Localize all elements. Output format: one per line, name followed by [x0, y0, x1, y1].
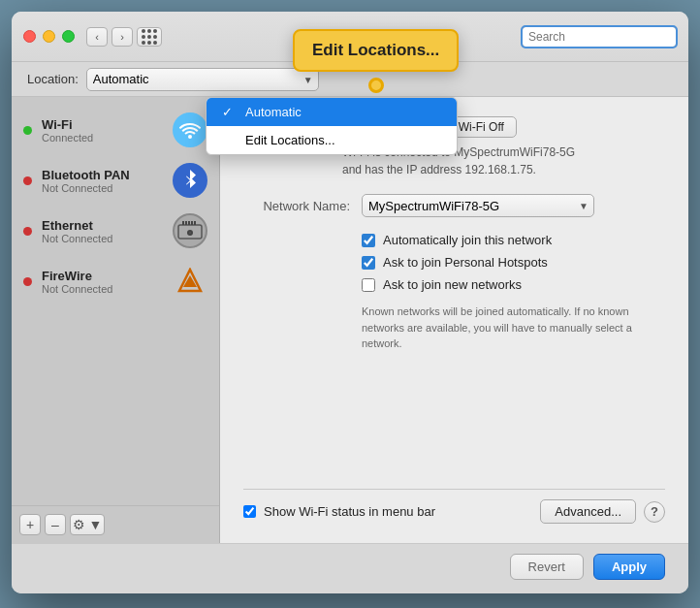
show-wifi-row: Show Wi-Fi status in menu bar — [243, 504, 435, 519]
location-select[interactable]: Automatic Edit Locations... — [86, 68, 319, 91]
dropdown-menu: ✓ Automatic Edit Locations... — [206, 97, 458, 155]
minimize-button[interactable] — [43, 30, 55, 43]
dropdown-item-automatic[interactable]: ✓ Automatic — [207, 98, 457, 126]
right-panel: Status: Connected Turn Wi-Fi Off Wi-Fi i… — [220, 97, 688, 543]
nav-buttons: ‹ › — [86, 27, 133, 47]
status-dot-ethernet — [23, 227, 32, 236]
checkmark-icon: ✓ — [222, 105, 238, 119]
network-name-bluetooth: Bluetooth PAN — [42, 168, 163, 182]
show-wifi-checkbox[interactable] — [243, 505, 256, 518]
search-input[interactable] — [522, 26, 677, 48]
network-settings-button[interactable]: ⚙ ▼ — [70, 514, 105, 535]
personal-hotspot-checkbox[interactable] — [362, 256, 375, 270]
sidebar-item-bluetooth[interactable]: Bluetooth PAN Not Connected — [12, 155, 219, 206]
apply-button[interactable]: Apply — [593, 554, 665, 580]
dropdown-item-automatic-label: Automatic — [245, 105, 302, 119]
status-dot-firewire — [23, 277, 32, 286]
maximize-button[interactable] — [62, 30, 75, 43]
auto-join-label: Automatically join this network — [383, 233, 552, 247]
action-buttons: Revert Apply — [12, 543, 688, 593]
sidebar-item-firewire[interactable]: FireWire Not Connected — [12, 256, 219, 306]
network-preferences-window: ‹ › Network Location: Automatic Edit Loc… — [12, 12, 688, 593]
add-network-button[interactable]: + — [19, 514, 41, 535]
sidebar-item-ethernet[interactable]: Ethernet Not Connected — [12, 206, 219, 256]
sidebar-item-wifi[interactable]: Wi-Fi Connected — [12, 105, 219, 155]
wifi-icon — [173, 112, 207, 147]
show-wifi-label: Show Wi-Fi status in menu bar — [264, 504, 435, 519]
revert-button[interactable]: Revert — [510, 554, 584, 580]
forward-button[interactable]: › — [111, 27, 133, 47]
location-select-wrapper[interactable]: Automatic Edit Locations... ▼ — [86, 68, 319, 91]
network-name-firewire: FireWire — [42, 269, 163, 283]
bottom-bar: Show Wi-Fi status in menu bar Advanced..… — [243, 489, 665, 524]
gear-icon: ⚙ ▼ — [73, 517, 103, 532]
sidebar-bottom: + – ⚙ ▼ — [12, 505, 219, 543]
auto-join-checkbox[interactable] — [362, 234, 375, 247]
firewire-icon — [173, 264, 207, 299]
grid-icon — [142, 29, 157, 45]
help-text: Known networks will be joined automatica… — [362, 304, 665, 352]
dropdown-item-edit-locations[interactable]: Edit Locations... — [207, 126, 457, 154]
help-button[interactable]: ? — [644, 501, 665, 523]
new-networks-checkbox[interactable] — [362, 278, 375, 292]
network-status-wifi: Connected — [42, 132, 163, 144]
network-status-firewire: Not Connected — [42, 283, 163, 295]
status-dot-bluetooth — [23, 176, 32, 185]
grid-view-button[interactable] — [137, 27, 162, 47]
bottom-buttons: Advanced... ? — [540, 499, 665, 524]
network-name-wifi: Wi-Fi — [42, 117, 163, 132]
close-button[interactable] — [23, 30, 36, 43]
personal-hotspot-label: Ask to join Personal Hotspots — [383, 255, 548, 270]
network-name-row: Network Name: MySpectrumWiFi78-5G ▼ — [243, 194, 665, 217]
tooltip-label: Edit Locations... — [312, 41, 439, 59]
network-name-select[interactable]: MySpectrumWiFi78-5G — [362, 194, 594, 217]
network-info-bluetooth: Bluetooth PAN Not Connected — [42, 168, 163, 194]
new-networks-row: Ask to join new networks — [362, 277, 665, 292]
edit-locations-tooltip: Edit Locations... — [293, 29, 459, 72]
bluetooth-icon — [173, 163, 207, 198]
location-label: Location: — [27, 72, 79, 86]
network-name-select-wrapper[interactable]: MySpectrumWiFi78-5G ▼ — [362, 194, 594, 217]
network-info-wifi: Wi-Fi Connected — [42, 117, 163, 144]
network-info-firewire: FireWire Not Connected — [42, 269, 163, 295]
main-content: Wi-Fi Connected Bluetooth PAN Not Connec… — [12, 97, 688, 543]
personal-hotspot-row: Ask to join Personal Hotspots — [362, 255, 665, 270]
network-name-label: Network Name: — [243, 199, 350, 213]
svg-point-6 — [188, 231, 192, 235]
remove-network-button[interactable]: – — [45, 514, 66, 535]
network-status-ethernet: Not Connected — [42, 233, 163, 244]
network-info-ethernet: Ethernet Not Connected — [42, 218, 163, 244]
location-dropdown: ✓ Automatic Edit Locations... — [206, 97, 458, 155]
sidebar: Wi-Fi Connected Bluetooth PAN Not Connec… — [12, 97, 220, 543]
tooltip-dot-indicator — [368, 78, 384, 93]
status-dot-wifi — [23, 126, 32, 135]
tooltip-box: Edit Locations... — [293, 29, 459, 72]
back-button[interactable]: ‹ — [86, 27, 108, 47]
ethernet-icon — [173, 213, 207, 248]
advanced-button[interactable]: Advanced... — [540, 499, 636, 524]
new-networks-label: Ask to join new networks — [383, 277, 522, 292]
dropdown-item-edit-label: Edit Locations... — [245, 133, 335, 147]
traffic-lights — [23, 30, 75, 43]
network-name-ethernet: Ethernet — [42, 218, 163, 233]
auto-join-row: Automatically join this network — [362, 233, 665, 247]
network-status-bluetooth: Not Connected — [42, 182, 163, 194]
